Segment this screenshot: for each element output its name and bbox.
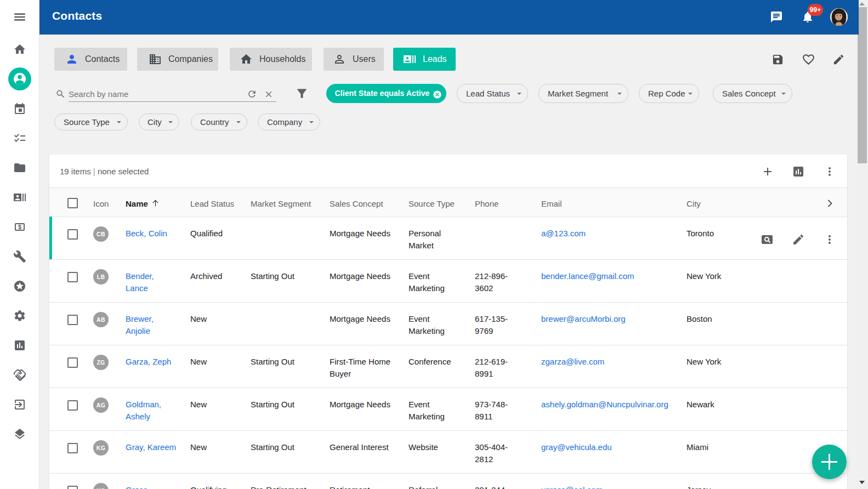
svg-text:$: $ — [18, 224, 21, 230]
